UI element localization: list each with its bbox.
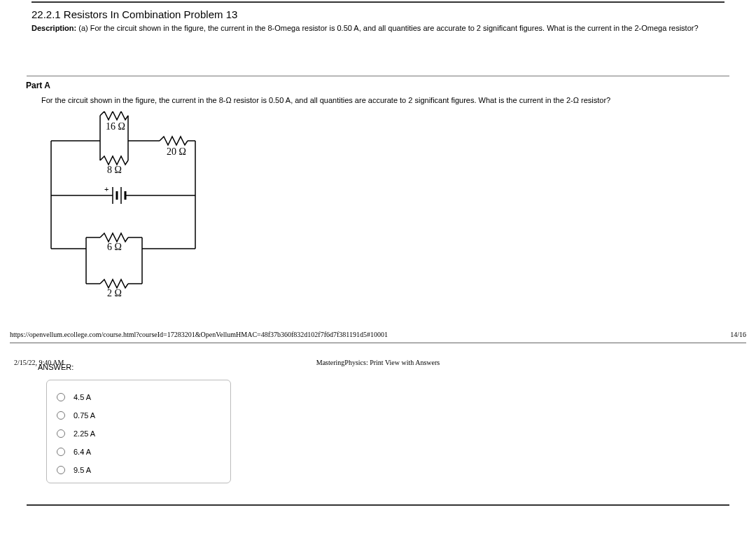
description: Description: (a) For the circuit shown i… [31,23,724,34]
part-question: For the circuit shown in the figure, the… [41,96,724,104]
radio-option-4[interactable] [57,448,65,456]
r20-label: 20 Ω [167,146,186,157]
r16-label: 16 Ω [106,121,125,132]
answers-box: 4.5 A 0.75 A 2.25 A 6.4 A 9.5 A [46,380,231,483]
page-title: 22.2.1 Resistors In Combination Problem … [31,8,724,20]
footer-page: 14/16 [730,331,746,338]
answer-option[interactable]: 9.5 A [57,466,220,474]
option-text: 4.5 A [74,393,91,401]
section-divider [27,76,729,76]
circuit-diagram: + 16 Ω 20 Ω [44,111,724,301]
meta-center: MasteringPhysics: Print View with Answer… [316,359,440,366]
answer-option[interactable]: 2.25 A [57,429,220,438]
bottom-divider [27,504,729,506]
option-text: 6.4 A [74,448,91,456]
r2-label: 2 Ω [107,288,122,298]
part-label: Part A [26,81,724,90]
radio-option-3[interactable] [57,429,65,438]
footer-url: https://openvellum.ecollege.com/course.h… [10,331,388,338]
r8-label: 8 Ω [107,165,122,175]
meta-date: 2/15/22, 9:40 AM [14,359,64,366]
r6-label: 6 Ω [107,242,122,252]
option-text: 0.75 A [74,411,95,420]
svg-text:+: + [104,185,108,193]
answer-option[interactable]: 6.4 A [57,448,220,456]
option-text: 9.5 A [74,466,91,474]
radio-option-2[interactable] [57,411,65,420]
radio-option-5[interactable] [57,466,65,474]
description-label: Description: [31,24,76,32]
answer-option[interactable]: 0.75 A [57,411,220,420]
radio-option-1[interactable] [57,393,65,401]
option-text: 2.25 A [74,429,95,438]
description-text: (a) For the circuit shown in the figure,… [76,24,698,32]
answer-option[interactable]: 4.5 A [57,393,220,401]
